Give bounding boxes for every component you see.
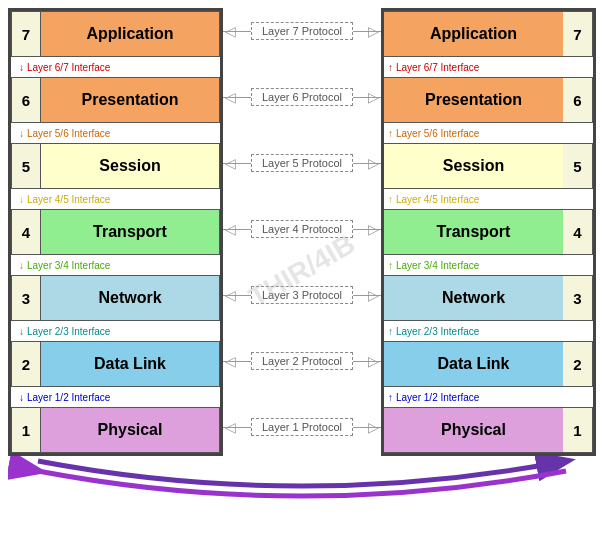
up-arrow-12: ↑	[388, 392, 393, 403]
down-arrow-34: ↓	[19, 260, 24, 271]
left-layer-3: 3 Network	[11, 275, 220, 321]
left-iface-23: ↓ Layer 2/3 Interface	[11, 321, 220, 341]
osi-diagram: 7 Application ↓ Layer 6/7 Interface 6 Pr…	[8, 8, 596, 456]
left-iface-67: ↓ Layer 6/7 Interface	[11, 57, 220, 77]
right-iface-67: ↑ Layer 6/7 Interface	[384, 57, 593, 77]
proto-arrow-l-5: ◁	[225, 155, 236, 171]
left-layer-1: 1 Physical	[11, 407, 220, 453]
proto-arrow-r-2: ▷	[368, 353, 379, 369]
down-arrow-12: ↓	[19, 392, 24, 403]
proto-6: ◁ ▷ Layer 6 Protocol	[223, 74, 381, 120]
left-stack-border: 7 Application ↓ Layer 6/7 Interface 6 Pr…	[8, 8, 223, 456]
right-name-1: Physical	[384, 407, 563, 453]
down-arrow-23: ↓	[19, 326, 24, 337]
right-name-7: Application	[384, 11, 563, 57]
left-iface-45: ↓ Layer 4/5 Interface	[11, 189, 220, 209]
left-layer-4: 4 Transport	[11, 209, 220, 255]
proto-box-6: Layer 6 Protocol	[251, 88, 353, 106]
right-num-6: 6	[563, 77, 593, 123]
right-iface-67-label: Layer 6/7 Interface	[396, 62, 479, 73]
left-name-6: Presentation	[41, 77, 220, 123]
proto-3: ◁ ▷ Layer 3 Protocol	[223, 272, 381, 318]
left-iface-56: ↓ Layer 5/6 Interface	[11, 123, 220, 143]
up-arrow-34: ↑	[388, 260, 393, 271]
proto-box-5: Layer 5 Protocol	[251, 154, 353, 172]
proto-arrow-l-6: ◁	[225, 89, 236, 105]
proto-arrow-r-1: ▷	[368, 419, 379, 435]
right-name-5: Session	[384, 143, 563, 189]
right-num-7: 7	[563, 11, 593, 57]
proto-arrow-l-4: ◁	[225, 221, 236, 237]
left-iface-34-label: Layer 3/4 Interface	[27, 260, 110, 271]
right-iface-45: ↑ Layer 4/5 Interface	[384, 189, 593, 209]
right-layer-4: Transport 4	[384, 209, 593, 255]
left-name-1: Physical	[41, 407, 220, 453]
right-stack-border: Application 7 ↑ Layer 6/7 Interface Pres…	[381, 8, 596, 456]
right-name-4: Transport	[384, 209, 563, 255]
proto-arrow-l-1: ◁	[225, 419, 236, 435]
left-layer-2: 2 Data Link	[11, 341, 220, 387]
left-name-2: Data Link	[41, 341, 220, 387]
down-arrow-56: ↓	[19, 128, 24, 139]
proto-5: ◁ ▷ Layer 5 Protocol	[223, 140, 381, 186]
right-num-1: 1	[563, 407, 593, 453]
proto-box-1: Layer 1 Protocol	[251, 418, 353, 436]
left-iface-56-label: Layer 5/6 Interface	[27, 128, 110, 139]
left-layer-5: 5 Session	[11, 143, 220, 189]
left-name-4: Transport	[41, 209, 220, 255]
right-num-5: 5	[563, 143, 593, 189]
left-num-2: 2	[11, 341, 41, 387]
left-num-4: 4	[11, 209, 41, 255]
proto-arrow-l-3: ◁	[225, 287, 236, 303]
right-iface-34-label: Layer 3/4 Interface	[396, 260, 479, 271]
proto-box-3: Layer 3 Protocol	[251, 286, 353, 304]
proto-arrow-r-5: ▷	[368, 155, 379, 171]
left-iface-45-label: Layer 4/5 Interface	[27, 194, 110, 205]
down-arrow-45: ↓	[19, 194, 24, 205]
right-iface-56: ↑ Layer 5/6 Interface	[384, 123, 593, 143]
right-layer-7: Application 7	[384, 11, 593, 57]
right-iface-45-label: Layer 4/5 Interface	[396, 194, 479, 205]
proto-box-4: Layer 4 Protocol	[251, 220, 353, 238]
up-arrow-45: ↑	[388, 194, 393, 205]
left-iface-23-label: Layer 2/3 Interface	[27, 326, 110, 337]
proto-arrow-l-7: ◁	[225, 23, 236, 39]
right-name-3: Network	[384, 275, 563, 321]
left-num-1: 1	[11, 407, 41, 453]
proto-arrow-l-2: ◁	[225, 353, 236, 369]
up-arrow-67: ↑	[388, 62, 393, 73]
left-iface-12: ↓ Layer 1/2 Interface	[11, 387, 220, 407]
proto-arrow-r-4: ▷	[368, 221, 379, 237]
proto-1: ◁ ▷ Layer 1 Protocol	[223, 404, 381, 450]
proto-2: ◁ ▷ Layer 2 Protocol	[223, 338, 381, 384]
right-stack: Application 7 ↑ Layer 6/7 Interface Pres…	[381, 8, 596, 456]
left-name-5: Session	[41, 143, 220, 189]
proto-7: ◁ ▷ Layer 7 Protocol	[223, 8, 381, 54]
bottom-arrows	[8, 456, 596, 508]
up-arrow-56: ↑	[388, 128, 393, 139]
left-layer-7: 7 Application	[11, 11, 220, 57]
left-name-7: Application	[41, 11, 220, 57]
left-num-5: 5	[11, 143, 41, 189]
proto-4: ◁ ▷ Layer 4 Protocol	[223, 206, 381, 252]
center-col: ◁ ▷ Layer 7 Protocol ◁ ▷ Layer 6 Protoco…	[223, 8, 381, 450]
left-iface-67-label: Layer 6/7 Interface	[27, 62, 110, 73]
left-num-3: 3	[11, 275, 41, 321]
left-iface-12-label: Layer 1/2 Interface	[27, 392, 110, 403]
proto-arrow-r-3: ▷	[368, 287, 379, 303]
proto-box-2: Layer 2 Protocol	[251, 352, 353, 370]
right-layer-2: Data Link 2	[384, 341, 593, 387]
right-layer-3: Network 3	[384, 275, 593, 321]
right-iface-56-label: Layer 5/6 Interface	[396, 128, 479, 139]
proto-box-7: Layer 7 Protocol	[251, 22, 353, 40]
main-container: 7 Application ↓ Layer 6/7 Interface 6 Pr…	[0, 0, 604, 541]
right-num-4: 4	[563, 209, 593, 255]
right-name-2: Data Link	[384, 341, 563, 387]
left-stack: 7 Application ↓ Layer 6/7 Interface 6 Pr…	[8, 8, 223, 456]
left-num-7: 7	[11, 11, 41, 57]
left-layer-6: 6 Presentation	[11, 77, 220, 123]
curved-arrows-svg	[8, 456, 596, 508]
right-iface-12-label: Layer 1/2 Interface	[396, 392, 479, 403]
right-iface-12: ↑ Layer 1/2 Interface	[384, 387, 593, 407]
right-iface-23-label: Layer 2/3 Interface	[396, 326, 479, 337]
